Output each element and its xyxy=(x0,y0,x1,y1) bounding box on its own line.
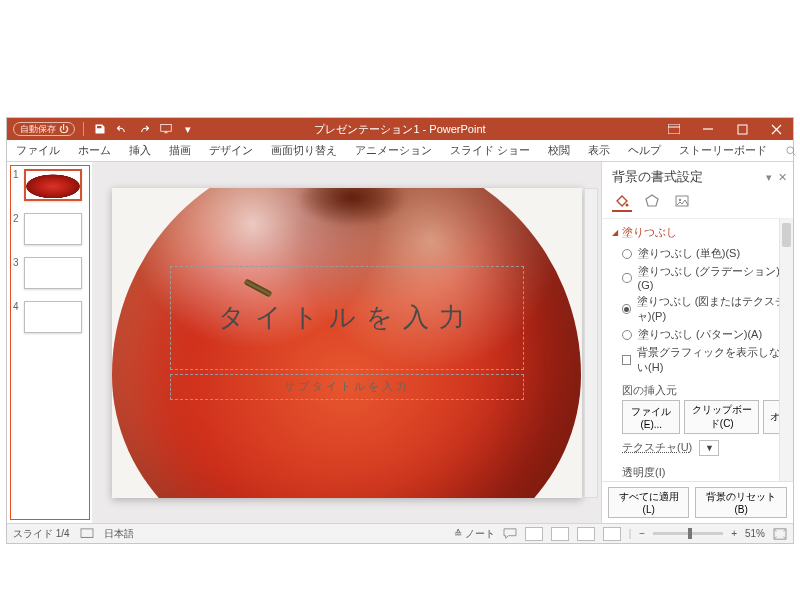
pane-close-icon[interactable]: ✕ xyxy=(778,171,787,184)
thumb-row-3[interactable]: 3 xyxy=(13,257,87,289)
tab-home[interactable]: ホーム xyxy=(69,140,120,161)
thumb-row-1[interactable]: 1 xyxy=(13,169,87,201)
start-slideshow-icon[interactable] xyxy=(158,121,174,137)
tab-review[interactable]: 校閲 xyxy=(539,140,579,161)
zoom-in-button[interactable]: + xyxy=(731,528,737,539)
subtitle-placeholder[interactable]: サブタイトルを入力 xyxy=(170,374,524,400)
texture-dropdown[interactable]: テクスチャ(U) xyxy=(622,440,692,455)
insert-from-clipboard-button[interactable]: クリップボード(C) xyxy=(684,400,759,434)
svg-point-4 xyxy=(626,204,629,207)
section-fill-label: 塗りつぶし xyxy=(622,225,677,240)
tab-slideshow[interactable]: スライド ショー xyxy=(441,140,539,161)
comments-status-icon[interactable] xyxy=(503,528,517,540)
fill-picture-label: 塗りつぶし (図またはテクスチャ)(P) xyxy=(637,294,787,324)
chevron-down-icon: ▼ xyxy=(705,443,714,453)
radio-icon xyxy=(622,330,632,340)
minimize-icon[interactable] xyxy=(691,118,725,140)
scrollbar-thumb[interactable] xyxy=(782,223,791,247)
status-bar: スライド 1/4 日本語 ≙ ノート | − + 51% xyxy=(7,523,793,543)
maximize-icon[interactable] xyxy=(725,118,759,140)
language-indicator[interactable]: 日本語 xyxy=(104,527,134,541)
pane-footer: すべてに適用(L) 背景のリセット(B) xyxy=(602,481,793,523)
tab-file[interactable]: ファイル xyxy=(7,140,69,161)
autosave-label: 自動保存 xyxy=(20,124,56,134)
fill-pattern-radio[interactable]: 塗りつぶし (パターン)(A) xyxy=(622,327,787,342)
editor-scrollbar-vertical[interactable] xyxy=(584,188,598,498)
sorter-view-button[interactable] xyxy=(551,527,569,541)
autosave-toggle[interactable]: 自動保存 ⏻ xyxy=(13,122,75,136)
pane-tab-picture[interactable] xyxy=(672,192,692,212)
qat-more-icon[interactable]: ▾ xyxy=(180,121,196,137)
thumb-row-4[interactable]: 4 xyxy=(13,301,87,333)
pane-header: 背景の書式設定 ▾ ✕ xyxy=(602,162,793,188)
radio-icon xyxy=(622,304,631,314)
radio-icon xyxy=(622,249,632,259)
pane-tab-effects[interactable] xyxy=(642,192,662,212)
redo-icon[interactable] xyxy=(136,121,152,137)
tab-animations[interactable]: アニメーション xyxy=(346,140,441,161)
section-fill-header[interactable]: 塗りつぶし xyxy=(612,225,787,240)
notes-icon: ≙ xyxy=(454,528,462,539)
title-placeholder[interactable]: タイトルを入力 xyxy=(170,266,524,370)
paint-bucket-icon xyxy=(614,193,630,209)
slide-editor[interactable]: タイトルを入力 サブタイトルを入力 xyxy=(92,162,601,523)
spellcheck-icon[interactable] xyxy=(80,528,94,540)
hide-bg-checkbox[interactable]: 背景グラフィックを表示しない(H) xyxy=(622,345,787,375)
slide-thumbnails: 1 2 3 4 xyxy=(10,165,90,520)
pane-body: 塗りつぶし 塗りつぶし (単色)(S) 塗りつぶし (グラデーション)(G) 塗… xyxy=(602,219,793,481)
save-icon[interactable] xyxy=(92,121,108,137)
thumb-number: 3 xyxy=(13,257,21,268)
insert-from-file-button[interactable]: ファイル(E)... xyxy=(622,400,680,434)
tab-insert[interactable]: 挿入 xyxy=(120,140,160,161)
tab-help[interactable]: ヘルプ xyxy=(619,140,670,161)
subtitle-placeholder-text: サブタイトルを入力 xyxy=(284,379,410,394)
pane-tab-fill[interactable] xyxy=(612,192,632,212)
slide-wrap: タイトルを入力 サブタイトルを入力 xyxy=(112,188,582,498)
tab-design[interactable]: デザイン xyxy=(200,140,262,161)
fill-gradient-label: 塗りつぶし (グラデーション)(G) xyxy=(638,264,787,291)
ribbon-display-options-icon[interactable] xyxy=(657,118,691,140)
normal-view-button[interactable] xyxy=(525,527,543,541)
tab-transitions[interactable]: 画面切り替え xyxy=(262,140,346,161)
thumb-row-2[interactable]: 2 xyxy=(13,213,87,245)
insert-from-label: 図の挿入元 xyxy=(622,383,787,398)
fill-picture-radio[interactable]: 塗りつぶし (図またはテクスチャ)(P) xyxy=(622,294,787,324)
pane-scrollbar[interactable] xyxy=(779,219,793,481)
slide-thumb-1[interactable] xyxy=(24,169,82,201)
slide-canvas[interactable]: タイトルを入力 サブタイトルを入力 xyxy=(112,188,582,498)
fill-solid-radio[interactable]: 塗りつぶし (単色)(S) xyxy=(622,246,787,261)
slide-thumb-3[interactable] xyxy=(24,257,82,289)
autosave-state: ⏻ xyxy=(59,124,68,134)
zoom-value[interactable]: 51% xyxy=(745,528,765,539)
close-icon[interactable] xyxy=(759,118,793,140)
slideshow-view-button[interactable] xyxy=(603,527,621,541)
svg-rect-7 xyxy=(81,528,93,537)
tab-storyboard[interactable]: ストーリーボード xyxy=(670,140,776,161)
svg-rect-1 xyxy=(668,124,680,134)
slide-counter[interactable]: スライド 1/4 xyxy=(13,527,70,541)
zoom-out-button[interactable]: − xyxy=(639,528,645,539)
pentagon-icon xyxy=(644,193,660,209)
thumb-number: 4 xyxy=(13,301,21,312)
zoom-slider[interactable] xyxy=(653,532,723,535)
tab-view[interactable]: 表示 xyxy=(579,140,619,161)
apply-to-all-button[interactable]: すべてに適用(L) xyxy=(608,487,689,518)
reading-view-button[interactable] xyxy=(577,527,595,541)
title-bar: 自動保存 ⏻ ▾ プレゼンテーション1 - PowerPoint xyxy=(7,118,793,140)
notes-button[interactable]: ≙ ノート xyxy=(454,527,495,541)
svg-point-3 xyxy=(787,146,794,153)
slide-thumb-4[interactable] xyxy=(24,301,82,333)
title-placeholder-text: タイトルを入力 xyxy=(218,300,475,335)
tab-draw[interactable]: 描画 xyxy=(160,140,200,161)
texture-picker-button[interactable]: ▼ xyxy=(699,440,719,456)
slide-thumb-2[interactable] xyxy=(24,213,82,245)
fill-solid-label: 塗りつぶし (単色)(S) xyxy=(638,246,740,261)
reset-background-button[interactable]: 背景のリセット(B) xyxy=(695,487,787,518)
tell-me-search[interactable]: 操作アシ xyxy=(776,140,800,161)
fit-to-window-button[interactable] xyxy=(773,528,787,540)
fill-gradient-radio[interactable]: 塗りつぶし (グラデーション)(G) xyxy=(622,264,787,291)
main-area: 1 2 3 4 xyxy=(7,162,793,523)
undo-icon[interactable] xyxy=(114,121,130,137)
pane-options-icon[interactable]: ▾ xyxy=(766,171,772,184)
hide-bg-label: 背景グラフィックを表示しない(H) xyxy=(637,345,787,375)
